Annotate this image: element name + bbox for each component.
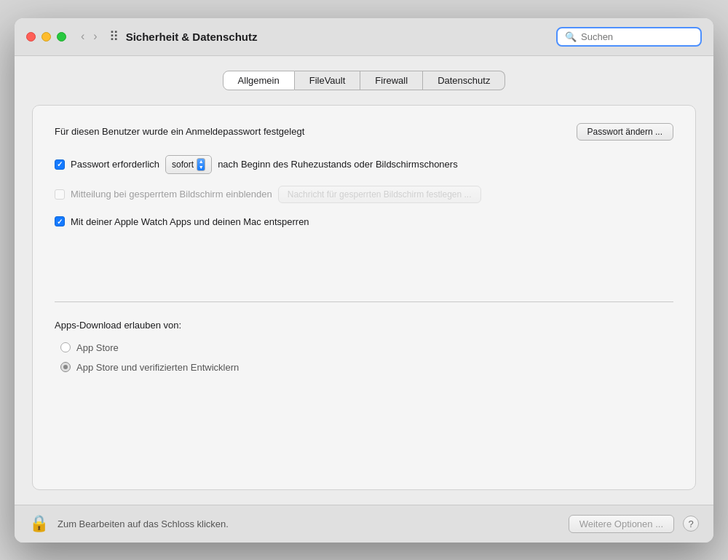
- main-window: ‹ › ⠿ Sicherheit & Datenschutz 🔍 Allgeme…: [15, 18, 713, 543]
- separator: [55, 301, 673, 302]
- tab-firewall[interactable]: Firewall: [360, 71, 423, 90]
- window-title: Sicherheit & Datenschutz: [126, 31, 556, 43]
- password-timing-value: sofort: [172, 159, 194, 170]
- change-password-button[interactable]: Passwort ändern ...: [577, 123, 673, 141]
- back-button[interactable]: ‹: [78, 28, 87, 44]
- close-button[interactable]: [26, 32, 36, 42]
- forward-button[interactable]: ›: [90, 28, 100, 44]
- set-message-button: Nachricht für gesperrten Bildschirm fest…: [278, 186, 481, 203]
- radio-app-store-label: App Store: [76, 342, 119, 353]
- apple-watch-checkbox[interactable]: [55, 216, 65, 226]
- bottom-spacer: [55, 384, 673, 472]
- download-title: Apps-Download erlauben von:: [55, 320, 673, 331]
- password-set-label: Für diesen Benutzer wurde ein Anmeldepas…: [55, 126, 304, 137]
- nav-buttons: ‹ ›: [78, 28, 100, 44]
- screen-message-checkbox[interactable]: [55, 189, 65, 200]
- stepper-down[interactable]: ▼: [197, 165, 205, 170]
- password-timing-select[interactable]: sofort ▲ ▼: [165, 155, 212, 174]
- minimize-button[interactable]: [41, 32, 51, 42]
- require-password-checkbox[interactable]: [55, 159, 65, 170]
- require-password-after: nach Beginn des Ruhezustands oder Bildsc…: [218, 159, 458, 170]
- radio-app-store-dev[interactable]: [60, 362, 71, 372]
- stepper-arrows[interactable]: ▲ ▼: [197, 158, 205, 171]
- search-input[interactable]: [581, 31, 693, 42]
- tab-allgemein[interactable]: Allgemein: [223, 71, 295, 90]
- screen-message-row: Mitteilung bei gesperrtem Bildschirm ein…: [55, 186, 673, 203]
- maximize-button[interactable]: [57, 32, 66, 42]
- apple-watch-row: Mit deiner Apple Watch Apps und deinen M…: [55, 216, 673, 227]
- weitere-optionen-button[interactable]: Weitere Optionen ...: [569, 515, 674, 533]
- tab-filevault[interactable]: FileVault: [295, 71, 361, 90]
- grid-icon[interactable]: ⠿: [109, 28, 119, 44]
- search-icon: 🔍: [565, 31, 577, 42]
- radio-app-store-row: App Store: [60, 342, 673, 353]
- radio-app-store[interactable]: [60, 342, 71, 352]
- lock-icon: 🔒: [29, 514, 49, 533]
- screen-message-label: Mitteilung bei gesperrtem Bildschirm ein…: [71, 189, 272, 200]
- tab-datenschutz[interactable]: Datenschutz: [423, 71, 505, 90]
- lock-text: Zum Bearbeiten auf das Schloss klicken.: [58, 518, 560, 529]
- help-button[interactable]: ?: [683, 516, 699, 532]
- settings-panel: Für diesen Benutzer wurde ein Anmeldepas…: [32, 105, 696, 490]
- apple-watch-label: Mit deiner Apple Watch Apps und deinen M…: [71, 216, 309, 227]
- password-set-row: Für diesen Benutzer wurde ein Anmeldepas…: [55, 123, 673, 141]
- require-password-label: Passwort erforderlich: [71, 159, 159, 170]
- download-section: Apps-Download erlauben von: App Store Ap…: [55, 320, 673, 373]
- bottom-bar: 🔒 Zum Bearbeiten auf das Schloss klicken…: [15, 505, 713, 543]
- spacer: [55, 240, 673, 284]
- search-box[interactable]: 🔍: [556, 27, 702, 47]
- radio-app-store-dev-row: App Store und verifizierten Entwicklern: [60, 362, 673, 373]
- radio-app-store-dev-label: App Store und verifizierten Entwicklern: [76, 362, 239, 373]
- traffic-lights: [26, 32, 66, 42]
- stepper-up[interactable]: ▲: [197, 159, 205, 165]
- titlebar: ‹ › ⠿ Sicherheit & Datenschutz 🔍: [15, 18, 713, 56]
- require-password-row: Passwort erforderlich sofort ▲ ▼ nach Be…: [55, 155, 673, 174]
- content-area: Allgemein FileVault Firewall Datenschutz…: [15, 56, 713, 505]
- tab-bar: Allgemein FileVault Firewall Datenschutz: [32, 71, 696, 90]
